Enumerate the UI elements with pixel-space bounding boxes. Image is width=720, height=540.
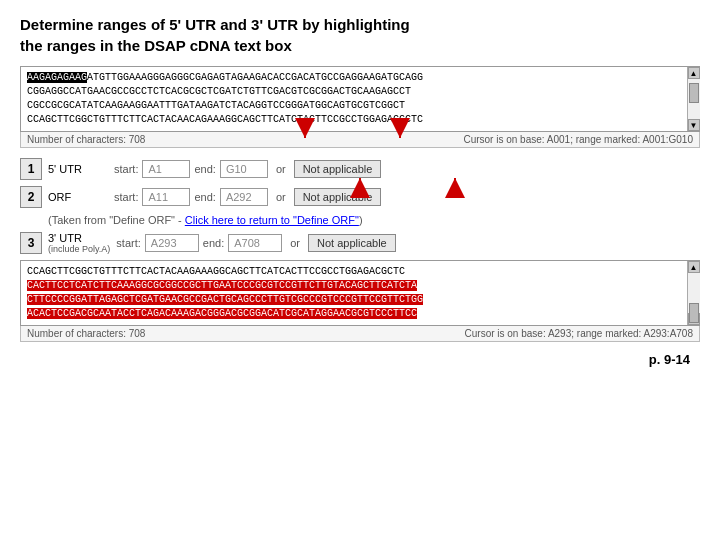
not-applicable-btn-1[interactable]: Not applicable [294,160,382,178]
bottom-dna-scrollbar[interactable]: ▲ ▼ [687,261,699,325]
not-applicable-btn-3[interactable]: Not applicable [308,234,396,252]
row-1: 1 5' UTR start: end: or Not applicable [20,158,700,180]
scroll-thumb [689,83,699,103]
label-utr3-sub: (include Poly.A) [48,244,110,254]
end-label-2: end: [194,191,215,203]
end-input-3[interactable] [228,234,282,252]
label-orf: ORF [48,191,108,203]
not-applicable-btn-2[interactable]: Not applicable [294,188,382,206]
label-utr5: 5' UTR [48,163,108,175]
top-dna-scrollbar[interactable]: ▲ ▼ [687,67,699,131]
or-3: or [290,237,300,249]
label-col-1: 5' UTR [48,163,108,175]
end-input-1[interactable] [220,160,268,178]
row-3: 3 3' UTR (include Poly.A) start: end: or… [20,232,700,254]
start-input-1[interactable] [142,160,190,178]
scroll-down-btn[interactable]: ▼ [688,119,700,131]
dna-highlight-red-3: ACACTCCGACGCAATACCTCAGACAAAGACGGGACGCGGA… [27,308,417,319]
label-col-3: 3' UTR (include Poly.A) [48,232,110,254]
start-label-3: start: [116,237,140,249]
end-label-3: end: [203,237,224,249]
bottom-dna-status: Number of characters: 708 Cursor is on b… [20,326,700,342]
start-end-3: start: end: or Not applicable [116,234,395,252]
start-end-1: start: end: or Not applicable [114,160,381,178]
page-number: p. 9-14 [20,352,700,367]
row-2: 2 ORF start: end: or Not applicable [20,186,700,208]
page-title: Determine ranges of 5' UTR and 3' UTR by… [20,14,700,56]
orf-note: (Taken from "Define ORF" - Click here to… [48,214,700,226]
dna-highlight-red-1: CACTTCCTCATCTTCAAAGGCGCGGCCGCTTGAATCCCGC… [27,280,417,291]
end-label-1: end: [194,163,215,175]
dna-highlight: AAGAGAGAAG [27,72,87,83]
scroll-up-btn-2[interactable]: ▲ [688,261,700,273]
end-input-2[interactable] [220,188,268,206]
bottom-dna-content: CCAGCTTCGGCTGTTTCTTCACTACAAGAAAGGCAGCTTC… [21,261,687,325]
or-1: or [276,163,286,175]
top-dna-box[interactable]: AAGAGAGAAGATGTTGGAAAGGGAGGGCGAGAGTAGAAGA… [20,66,700,132]
dna-highlight-red-2: CTTCCCCGGATTAGAGCTCGATGAACGCCGACTGCAGCCC… [27,294,423,305]
start-label-2: start: [114,191,138,203]
start-label-1: start: [114,163,138,175]
label-col-2: ORF [48,191,108,203]
scroll-up-btn[interactable]: ▲ [688,67,700,79]
start-input-2[interactable] [142,188,190,206]
badge-2: 2 [20,186,42,208]
badge-1: 1 [20,158,42,180]
start-end-2: start: end: or Not applicable [114,188,381,206]
orf-link[interactable]: Click here to return to "Define ORF" [185,214,359,226]
scroll-track-2 [688,273,700,313]
badge-3: 3 [20,232,42,254]
label-utr3: 3' UTR [48,232,110,244]
main-container: Determine ranges of 5' UTR and 3' UTR by… [0,0,720,377]
top-dna-status: Number of characters: 708 Cursor is on b… [20,132,700,148]
bottom-dna-box[interactable]: CCAGCTTCGGCTGTTTCTTCACTACAAGAAAGGCAGCTTC… [20,260,700,326]
start-input-3[interactable] [145,234,199,252]
top-dna-content: AAGAGAGAAGATGTTGGAAAGGGAGGGCGAGAGTAGAAGA… [21,67,687,131]
scroll-track [688,79,700,119]
or-2: or [276,191,286,203]
scroll-thumb-2 [689,303,699,323]
